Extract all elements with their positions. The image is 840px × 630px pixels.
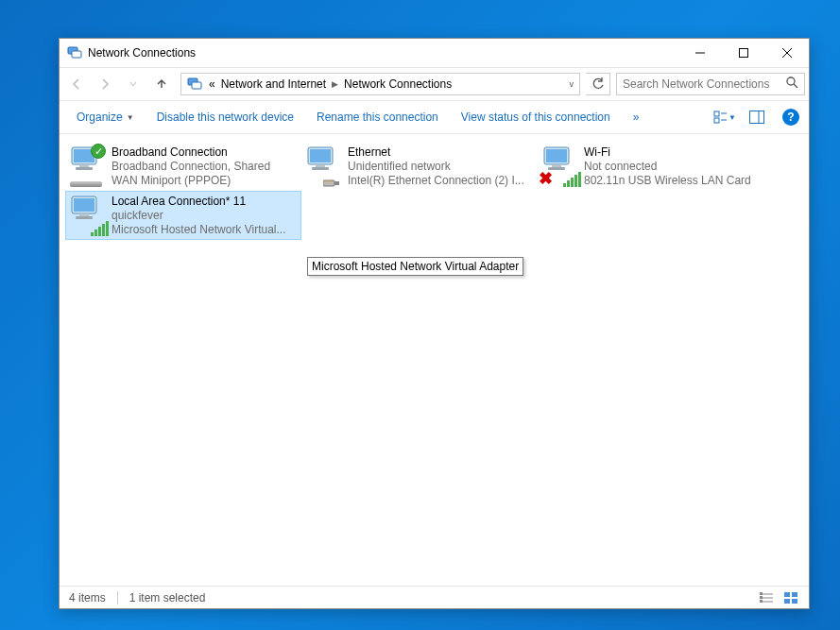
close-button[interactable]: [765, 39, 809, 67]
svg-rect-46: [784, 599, 790, 604]
command-bar: Organize▼ Disable this network device Re…: [60, 101, 809, 134]
connection-item[interactable]: Local Area Connection* 11quickfeverMicro…: [65, 191, 301, 240]
network-connections-icon: [67, 45, 82, 60]
help-button[interactable]: ?: [782, 109, 799, 126]
breadcrumb-item[interactable]: Network and Internet: [218, 77, 329, 91]
connection-icon: ✖: [542, 145, 580, 187]
svg-rect-10: [714, 111, 719, 116]
connection-name: Wi-Fi: [584, 145, 769, 160]
view-status-button[interactable]: View status of this connection: [454, 107, 618, 128]
x-overlay-icon: ✖: [539, 168, 553, 189]
connection-status: Not connected: [584, 160, 769, 174]
connection-name: Broadband Connection: [111, 145, 297, 160]
item-count: 4 items: [69, 591, 106, 604]
connection-status: Broadband Connection, Shared: [111, 160, 297, 174]
svg-rect-35: [74, 198, 94, 212]
location-icon: [187, 77, 202, 92]
address-dropdown[interactable]: v: [566, 79, 578, 89]
svg-rect-45: [792, 592, 797, 597]
organize-menu[interactable]: Organize▼: [69, 107, 142, 128]
svg-rect-1: [72, 51, 81, 58]
svg-rect-41: [760, 592, 763, 595]
connection-icon: ✓: [70, 145, 108, 187]
view-options-button[interactable]: ▼: [712, 106, 737, 128]
tooltip: Microsoft Hosted Network Virtual Adapter: [307, 257, 523, 276]
chevron-down-icon: ▼: [729, 113, 736, 122]
svg-point-8: [787, 77, 795, 85]
checkmark-icon: ✓: [91, 144, 106, 159]
svg-rect-14: [750, 111, 764, 124]
connection-item[interactable]: ✖Wi-FiNot connected802.11n USB Wireless …: [538, 142, 774, 191]
window-controls: [678, 39, 809, 67]
svg-rect-36: [79, 213, 89, 216]
svg-rect-25: [334, 181, 339, 185]
up-button[interactable]: [148, 71, 175, 97]
forward-button[interactable]: [92, 71, 118, 97]
window-title: Network Connections: [88, 46, 678, 60]
svg-rect-43: [760, 600, 763, 603]
svg-rect-19: [76, 167, 93, 170]
connections-list: ✓Broadband ConnectionBroadband Connectio…: [65, 142, 803, 240]
svg-rect-11: [714, 118, 719, 123]
search-input[interactable]: [623, 77, 785, 91]
connection-item[interactable]: EthernetUnidentified networkIntel(R) Eth…: [301, 142, 538, 191]
selected-count: 1 item selected: [129, 591, 206, 604]
navigation-bar: « Network and Internet ▶ Network Connect…: [60, 67, 809, 101]
back-button[interactable]: [63, 71, 90, 97]
svg-rect-37: [76, 216, 93, 219]
search-icon[interactable]: [785, 76, 798, 93]
search-box[interactable]: [616, 73, 805, 95]
svg-rect-23: [312, 167, 329, 170]
breadcrumb-item[interactable]: Network Connections: [341, 77, 454, 91]
connection-status: Unidentified network: [348, 160, 533, 174]
svg-rect-22: [316, 164, 325, 167]
chevron-down-icon: ▼: [127, 113, 134, 122]
connection-status: quickfever: [111, 209, 297, 223]
recent-dropdown[interactable]: [120, 71, 146, 97]
connection-item[interactable]: ✓Broadband ConnectionBroadband Connectio…: [65, 142, 301, 191]
connection-name: Ethernet: [348, 145, 533, 160]
minimize-button[interactable]: [678, 39, 722, 67]
breadcrumb-prefix[interactable]: «: [206, 77, 218, 91]
large-icons-view-button[interactable]: [782, 590, 799, 605]
status-bar: 4 items 1 item selected: [60, 586, 809, 608]
connection-device: Microsoft Hosted Network Virtual...: [111, 223, 297, 237]
connection-icon: [306, 145, 344, 187]
svg-rect-42: [760, 596, 763, 599]
chevron-right-icon[interactable]: ▶: [329, 79, 341, 89]
details-view-button[interactable]: [758, 590, 775, 605]
disable-device-button[interactable]: Disable this network device: [149, 107, 301, 128]
svg-rect-7: [192, 82, 201, 89]
connection-device: Intel(R) Ethernet Connection (2) I...: [348, 174, 533, 188]
refresh-button[interactable]: [586, 73, 610, 95]
svg-rect-44: [784, 592, 790, 597]
connection-device: WAN Miniport (PPPOE): [111, 174, 297, 188]
connection-name: Local Area Connection* 11: [111, 195, 297, 209]
svg-rect-31: [546, 149, 567, 162]
content-area[interactable]: ✓Broadband ConnectionBroadband Connectio…: [60, 134, 809, 586]
connection-icon: [70, 195, 108, 236]
rename-connection-button[interactable]: Rename this connection: [309, 107, 446, 128]
svg-line-9: [794, 84, 797, 88]
maximize-button[interactable]: [722, 39, 765, 67]
connection-device: 802.11n USB Wireless LAN Card: [584, 174, 769, 188]
svg-rect-18: [79, 164, 89, 167]
svg-rect-32: [552, 164, 561, 167]
svg-rect-21: [310, 149, 331, 162]
svg-rect-3: [740, 49, 748, 58]
preview-pane-button[interactable]: [745, 106, 769, 128]
svg-rect-47: [792, 599, 797, 604]
explorer-window: Network Connections « Network and Intern…: [59, 38, 810, 609]
titlebar[interactable]: Network Connections: [60, 39, 809, 67]
overflow-button[interactable]: »: [626, 107, 647, 128]
address-bar[interactable]: « Network and Internet ▶ Network Connect…: [180, 73, 580, 95]
